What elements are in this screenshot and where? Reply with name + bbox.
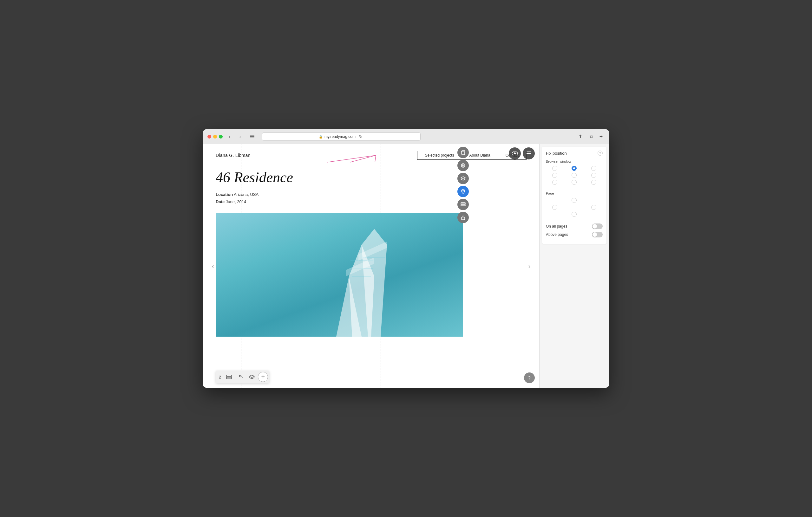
minimize-button[interactable] <box>213 135 217 139</box>
browser-content: Diana G. Libman Selected projects About … <box>203 144 609 388</box>
svg-rect-28 <box>461 203 465 204</box>
url-text: my.readymag.com <box>324 134 355 139</box>
position-top-right[interactable] <box>591 166 596 171</box>
project-meta: Location Arizona, USA Date June, 2014 <box>216 191 539 206</box>
help-button[interactable]: ? <box>524 372 535 383</box>
pin-icon-button[interactable] <box>457 186 469 197</box>
spacer-3 <box>566 205 566 210</box>
browser-window: ‹ › 🔒 my.readymag.com ↻ ⬆ ⧉ + <box>203 129 609 388</box>
svg-rect-0 <box>250 135 254 136</box>
svg-rect-2 <box>250 138 254 138</box>
site-navigation: Selected projects About Diana Contact <box>417 151 526 160</box>
above-pages-toggle[interactable] <box>592 232 603 237</box>
right-panel: Fix position ? Browser window <box>539 144 609 388</box>
section-divider-2 <box>546 220 603 220</box>
building-illustration <box>216 213 463 337</box>
stack-toolbar-button[interactable] <box>246 372 257 382</box>
layers-toolbar-button[interactable] <box>224 372 234 382</box>
project-image <box>216 213 463 337</box>
sidebar-toggle-button[interactable] <box>248 133 256 140</box>
page-position-right[interactable] <box>591 205 596 210</box>
stack-icon-button[interactable] <box>457 199 469 210</box>
add-element-button[interactable]: + <box>258 372 268 382</box>
section-divider <box>546 188 603 188</box>
on-all-pages-row: On all pages <box>546 223 603 229</box>
nav-contact[interactable]: Contact <box>498 151 526 159</box>
above-pages-row: Above pages <box>546 232 603 237</box>
website-content: 46 Residence Location Arizona, USA Date … <box>216 170 539 337</box>
copy-icon-button[interactable] <box>457 147 469 158</box>
spacer-1 <box>546 198 546 203</box>
location-value: Arizona, USA <box>234 192 259 197</box>
position-top-center[interactable] <box>572 166 577 171</box>
svg-rect-30 <box>462 217 465 220</box>
svg-rect-32 <box>227 377 232 379</box>
lock-icon: 🔒 <box>319 135 323 139</box>
new-tab-button[interactable]: + <box>598 133 605 140</box>
share-button[interactable]: ⬆ <box>576 133 585 140</box>
date-label: Date <box>216 200 225 204</box>
lock-icon-button[interactable] <box>457 212 469 223</box>
svg-rect-1 <box>250 136 254 137</box>
layers-icon-button[interactable] <box>457 173 469 184</box>
fix-position-panel: Fix position ? Browser window <box>542 147 606 244</box>
browser-chrome: ‹ › 🔒 my.readymag.com ↻ ⬆ ⧉ + <box>203 129 609 144</box>
maximize-button[interactable] <box>219 135 223 139</box>
above-pages-label: Above pages <box>546 232 568 237</box>
address-bar[interactable]: 🔒 my.readymag.com ↻ <box>262 132 420 141</box>
page-position-top[interactable] <box>572 198 577 203</box>
canvas-area: Diana G. Libman Selected projects About … <box>203 144 539 388</box>
svg-rect-29 <box>461 205 465 206</box>
back-button[interactable]: ‹ <box>225 133 233 140</box>
position-middle-center[interactable] <box>572 173 577 178</box>
panel-title: Fix position <box>546 151 567 156</box>
svg-point-27 <box>462 190 464 191</box>
page-radio-grid <box>546 198 603 217</box>
spacer-4 <box>546 212 546 217</box>
position-middle-right[interactable] <box>591 173 596 178</box>
svg-marker-26 <box>461 177 465 179</box>
date-value: June, 2014 <box>226 200 246 204</box>
panel-help-button[interactable]: ? <box>598 151 603 156</box>
svg-marker-33 <box>249 375 254 377</box>
next-page-button[interactable]: › <box>525 261 534 271</box>
page-number: 2 <box>217 373 223 381</box>
fullscreen-button[interactable]: ⧉ <box>587 133 596 140</box>
position-bottom-center[interactable] <box>572 180 577 185</box>
refresh-button[interactable]: ↻ <box>357 133 364 140</box>
page-position-left[interactable] <box>552 205 557 210</box>
bottom-toolbar: 2 + <box>216 370 269 383</box>
undo-button[interactable] <box>235 372 246 382</box>
position-top-left[interactable] <box>552 166 557 171</box>
toggle-knob <box>592 224 597 229</box>
nav-selected-projects[interactable]: Selected projects <box>417 151 462 159</box>
globe-icon-button[interactable] <box>457 160 469 171</box>
browser-actions: ⬆ ⧉ + <box>576 133 605 140</box>
forward-button[interactable]: › <box>236 133 244 140</box>
position-bottom-left[interactable] <box>552 180 557 185</box>
site-logo: Diana G. Libman <box>216 153 251 158</box>
right-sidebar-icons <box>457 147 469 223</box>
on-all-pages-label: On all pages <box>546 224 567 229</box>
position-middle-left[interactable] <box>552 173 557 178</box>
project-title: 46 Residence <box>216 170 539 186</box>
panel-header: Fix position ? <box>546 151 603 156</box>
website-header: Diana G. Libman Selected projects About … <box>203 144 539 166</box>
close-button[interactable] <box>207 135 211 139</box>
on-all-pages-toggle[interactable] <box>592 223 603 229</box>
page-section-label: Page <box>546 191 603 195</box>
svg-rect-31 <box>227 375 232 376</box>
page-position-bottom[interactable] <box>572 212 577 217</box>
browser-window-label: Browser window <box>546 159 603 163</box>
above-pages-knob <box>592 232 597 237</box>
position-bottom-right[interactable] <box>591 180 596 185</box>
traffic-lights <box>207 135 223 139</box>
prev-page-button[interactable]: ‹ <box>208 261 218 271</box>
browser-window-radio-grid <box>546 166 603 185</box>
location-label: Location <box>216 192 233 197</box>
